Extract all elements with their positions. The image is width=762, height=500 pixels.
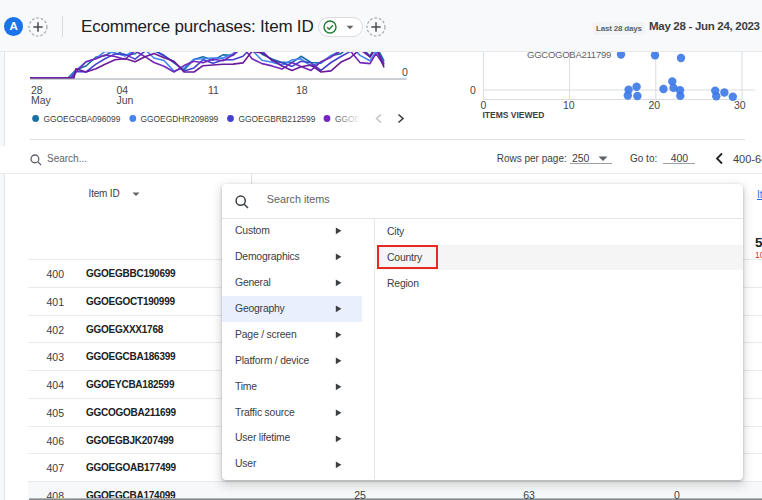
svg-text:ITEMS VIEWED: ITEMS VIEWED <box>483 110 545 120</box>
svg-text:20: 20 <box>649 99 661 111</box>
svg-text:May: May <box>31 94 52 106</box>
svg-text:10: 10 <box>563 99 575 111</box>
svg-text:18: 18 <box>296 84 308 96</box>
svg-text:0: 0 <box>402 66 408 78</box>
svg-text:11: 11 <box>208 84 219 96</box>
svg-text:GGOEGBRB212599: GGOEGBRB212599 <box>239 114 316 124</box>
svg-text:Jun: Jun <box>117 94 134 106</box>
svg-text:GGOEGCBA096099: GGOEGCBA096099 <box>44 114 121 124</box>
svg-text:30: 30 <box>734 99 746 111</box>
svg-text:0: 0 <box>470 84 476 96</box>
svg-text:GGOEGDHR209899: GGOEGDHR209899 <box>141 114 219 124</box>
